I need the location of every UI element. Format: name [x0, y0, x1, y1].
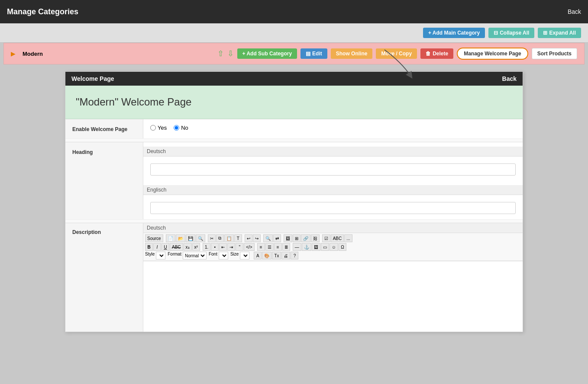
- tb-preview-btn[interactable]: 🔍: [196, 234, 205, 242]
- expand-all-button[interactable]: ⊞ Expand All: [538, 28, 581, 38]
- heading-englisch-input[interactable]: [150, 202, 516, 214]
- tb-open-btn[interactable]: 📂: [176, 234, 185, 242]
- page-title: Manage Categories: [7, 7, 78, 16]
- enable-content: Yes No: [143, 119, 523, 136]
- tb-print-btn[interactable]: 🖨: [281, 252, 290, 259]
- tb-redo-btn[interactable]: ↪: [253, 234, 261, 242]
- tb-image-btn[interactable]: 🖼: [284, 234, 292, 242]
- move-down-icon[interactable]: ⇩: [227, 49, 234, 58]
- tb-spellcheck-btn[interactable]: ABC: [331, 234, 344, 242]
- description-section: Description Deutsch Source 📄 📂 💾 🔍: [65, 223, 523, 332]
- style-label: Style: [145, 252, 155, 259]
- description-editor-textarea[interactable]: [143, 261, 523, 330]
- tb-ul-btn[interactable]: •: [211, 243, 219, 251]
- tb-special-char-btn[interactable]: Ω: [339, 243, 346, 251]
- tb-subscript-btn[interactable]: x₂: [184, 243, 192, 251]
- size-label: Size: [230, 252, 239, 259]
- tb-link-btn[interactable]: 🔗: [301, 234, 310, 242]
- move-copy-button[interactable]: Move / Copy: [376, 48, 417, 59]
- englisch-label: Englisch: [143, 185, 523, 195]
- enable-radio-group: Yes No: [150, 125, 516, 131]
- edit-icon: ▤: [306, 51, 310, 57]
- tb-align-right-btn[interactable]: ≡: [274, 243, 282, 251]
- tb-unlink-btn[interactable]: ⛓: [311, 234, 320, 242]
- add-main-category-button[interactable]: + Add Main Category: [423, 28, 485, 38]
- tb-find-btn[interactable]: 🔍: [263, 234, 273, 242]
- edit-button[interactable]: ▤ Edit: [300, 48, 327, 59]
- heading-deutsch-input[interactable]: [150, 163, 516, 176]
- tb-undo-btn[interactable]: ↩: [245, 234, 252, 242]
- tb-checkbox-btn[interactable]: ☑: [322, 234, 330, 242]
- heading-section: Heading Deutsch Englisch: [65, 142, 523, 219]
- move-up-icon[interactable]: ⇧: [217, 49, 224, 58]
- format-select[interactable]: Normal: [183, 252, 207, 259]
- collapse-icon: ⊟: [494, 30, 498, 36]
- tb-outdent-btn[interactable]: ⇤: [219, 243, 227, 251]
- tb-img2-btn[interactable]: 🖼: [312, 243, 320, 251]
- tb-more-btn[interactable]: ...: [344, 234, 352, 242]
- tb-align-justify-btn[interactable]: ≣: [282, 243, 290, 251]
- tb-new-doc-btn[interactable]: 📄: [166, 234, 175, 242]
- expand-triangle-icon[interactable]: ▶: [11, 50, 16, 57]
- welcome-back-button[interactable]: Back: [502, 75, 517, 82]
- tb-help-btn[interactable]: ?: [291, 252, 298, 259]
- tb-bg-color-btn[interactable]: 🎨: [262, 252, 271, 259]
- sort-products-button[interactable]: Sort Products: [532, 48, 577, 59]
- style-select[interactable]: [156, 252, 165, 259]
- tb-code-btn[interactable]: </>: [244, 243, 254, 251]
- category-name: Modern: [23, 51, 43, 57]
- tb-strikethrough-btn[interactable]: ABC: [170, 243, 183, 251]
- tb-hr-btn[interactable]: —: [293, 243, 301, 251]
- tb-blockquote-btn[interactable]: ": [236, 243, 243, 251]
- back-button[interactable]: Back: [568, 8, 581, 15]
- yes-radio[interactable]: [150, 125, 156, 131]
- format-label: Format: [168, 252, 181, 259]
- tb-emoji-btn[interactable]: ☺: [330, 243, 338, 251]
- tb-indent-btn[interactable]: ⇥: [227, 243, 235, 251]
- tb-align-left-btn[interactable]: ≡: [257, 243, 265, 251]
- category-row: ▶ Modern ⇧ ⇩ + Add Sub Category ▤ Edit S…: [3, 43, 585, 64]
- tb-copy-btn[interactable]: ⧉: [216, 234, 224, 242]
- heading-deutsch-section: Deutsch: [150, 147, 516, 176]
- size-select[interactable]: [240, 252, 249, 259]
- expand-icon: ⊞: [543, 30, 547, 36]
- main-toolbar: + Add Main Category ⊟ Collapse All ⊞ Exp…: [0, 23, 588, 43]
- enable-welcome-section: Enable Welcome Page Yes No: [65, 119, 523, 138]
- tb-replace-btn[interactable]: ⇄: [273, 234, 281, 242]
- tb-align-center-btn[interactable]: ☰: [265, 243, 274, 251]
- yes-radio-label[interactable]: Yes: [150, 125, 167, 131]
- tb-paste-btn[interactable]: 📋: [224, 234, 234, 242]
- desc-deutsch-label: Deutsch: [143, 223, 523, 233]
- show-online-button[interactable]: Show Online: [331, 48, 373, 59]
- tb-superscript-btn[interactable]: x²: [192, 243, 200, 251]
- tb-underline-btn[interactable]: U: [162, 243, 169, 251]
- tb-ol-btn[interactable]: 1.: [203, 243, 210, 251]
- delete-button[interactable]: 🗑 Delete: [420, 48, 453, 59]
- tb-paste-text-btn[interactable]: T: [234, 234, 242, 242]
- welcome-panel-header: Welcome Page Back: [65, 72, 523, 86]
- welcome-panel-title: Welcome Page: [71, 75, 114, 82]
- heading-englisch-section: Englisch: [150, 185, 516, 214]
- manage-welcome-page-button[interactable]: Manage Welcome Page: [457, 48, 528, 60]
- top-header: Manage Categories Back: [0, 0, 588, 23]
- tb-bold-btn[interactable]: B: [145, 243, 153, 251]
- collapse-all-button[interactable]: ⊟ Collapse All: [488, 28, 534, 38]
- tb-cut-btn[interactable]: ✂: [208, 234, 216, 242]
- description-content: Deutsch Source 📄 📂 💾 🔍 ✂ ⧉: [143, 223, 523, 332]
- add-sub-category-button[interactable]: + Add Sub Category: [237, 48, 297, 59]
- tb-italic-btn[interactable]: I: [153, 243, 161, 251]
- tb-table-btn[interactable]: ⊞: [293, 234, 300, 242]
- no-radio-label[interactable]: No: [174, 125, 188, 131]
- tb-save-btn[interactable]: 💾: [186, 234, 195, 242]
- tb-anchor-btn[interactable]: ⚓: [302, 243, 311, 251]
- source-btn[interactable]: Source: [145, 234, 163, 242]
- delete-icon: 🗑: [426, 51, 431, 57]
- tb-font-color-btn[interactable]: A: [254, 252, 262, 259]
- welcome-page-title: "Modern" Welcome Page: [76, 96, 512, 108]
- editor-toolbar-row-3: Style Format Normal Font Size: [145, 252, 521, 259]
- font-select[interactable]: [219, 252, 228, 259]
- tb-remove-format-btn[interactable]: Tx: [272, 252, 281, 259]
- no-radio[interactable]: [174, 125, 179, 131]
- editor-toolbar-row-2: B I U ABC x₂ x² 1. • ⇤ ⇥ " </>: [145, 243, 521, 251]
- tb-iframe-btn[interactable]: ▭: [321, 243, 329, 251]
